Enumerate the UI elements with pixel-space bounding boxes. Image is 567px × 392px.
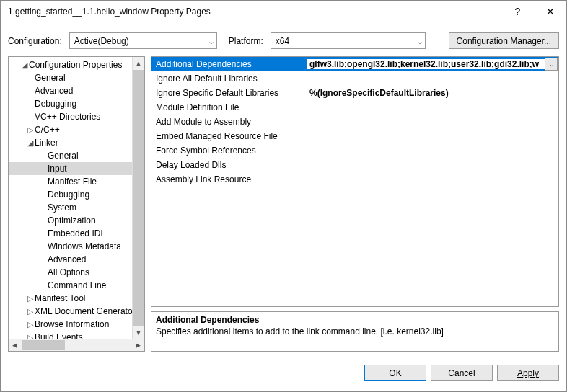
expander-icon: ▷: [26, 333, 35, 339]
configuration-manager-button[interactable]: Configuration Manager...: [449, 32, 559, 49]
tree-item[interactable]: Embedded IDL: [9, 227, 144, 240]
grid-row[interactable]: Force Symbol References: [151, 143, 558, 158]
description-panel: Additional Dependencies Specifies additi…: [151, 311, 559, 352]
tree-item[interactable]: Debugging: [9, 188, 144, 201]
expander-icon: ▷: [26, 307, 35, 316]
property-label: Add Module to Assembly: [151, 117, 307, 127]
apply-button[interactable]: Apply: [497, 365, 559, 381]
config-row: Configuration: Active(Debug) ⌵ Platform:…: [1, 22, 566, 56]
tree-item[interactable]: Command Line: [9, 279, 144, 292]
tree-horizontal-scrollbar[interactable]: ◀ ▶: [9, 339, 144, 351]
tree-item[interactable]: VC++ Directories: [9, 110, 144, 123]
platform-label: Platform:: [229, 36, 263, 46]
tree-item[interactable]: ▷Build Events: [9, 331, 144, 339]
property-value[interactable]: %(IgnoreSpecificDefaultLibraries): [307, 88, 558, 98]
property-grid[interactable]: Additional Dependenciesglfw3.lib;opengl3…: [151, 56, 559, 307]
help-button[interactable]: ?: [501, 1, 534, 22]
property-tree[interactable]: ◢Configuration PropertiesGeneralAdvanced…: [9, 57, 144, 339]
scroll-thumb[interactable]: [133, 70, 144, 326]
description-text: Specifies additional items to add to the…: [156, 326, 554, 337]
property-label: Ignore Specific Default Libraries: [151, 88, 307, 98]
chevron-down-icon: ⌵: [418, 37, 422, 45]
expander-icon: ▷: [26, 125, 35, 135]
property-label: Assembly Link Resource: [151, 174, 307, 184]
tree-item[interactable]: Input: [9, 162, 144, 175]
tree-item[interactable]: Debugging: [9, 97, 144, 110]
configuration-label: Configuration:: [8, 36, 62, 46]
ok-button[interactable]: OK: [364, 365, 426, 381]
property-label: Additional Dependencies: [151, 59, 307, 69]
content-area: ◢Configuration PropertiesGeneralAdvanced…: [1, 56, 566, 359]
window-title: 1.getting_started__1.1.hello_window Prop…: [8, 6, 501, 17]
tree-item[interactable]: General: [9, 71, 144, 84]
grid-row[interactable]: Assembly Link Resource: [151, 172, 558, 187]
titlebar: 1.getting_started__1.1.hello_window Prop…: [1, 1, 566, 22]
dialog-footer: OK Cancel Apply: [1, 359, 566, 391]
tree-item[interactable]: ▷Manifest Tool: [9, 292, 144, 305]
tree-panel: ◢Configuration PropertiesGeneralAdvanced…: [8, 56, 145, 352]
configuration-combo[interactable]: Active(Debug) ⌵: [69, 32, 217, 49]
tree-item[interactable]: All Options: [9, 266, 144, 279]
tree-item[interactable]: Advanced: [9, 84, 144, 97]
tree-item[interactable]: ▷XML Document Generator: [9, 305, 144, 318]
description-title: Additional Dependencies: [156, 315, 554, 325]
dropdown-button[interactable]: ⌵: [545, 58, 558, 71]
tree-item[interactable]: ▷C/C++: [9, 123, 144, 136]
expander-icon: ▷: [26, 320, 35, 329]
grid-row[interactable]: Add Module to Assembly: [151, 115, 558, 129]
close-button[interactable]: ✕: [534, 1, 566, 22]
property-label: Delay Loaded Dlls: [151, 160, 307, 170]
expander-icon: ◢: [20, 61, 29, 70]
property-label: Embed Managed Resource File: [151, 131, 307, 141]
grid-row[interactable]: Ignore Specific Default Libraries%(Ignor…: [151, 86, 558, 100]
tree-item[interactable]: Optimization: [9, 214, 144, 227]
tree-vertical-scrollbar[interactable]: ▲ ▼: [132, 57, 144, 339]
property-label: Module Definition File: [151, 102, 307, 112]
tree-item[interactable]: Advanced: [9, 253, 144, 266]
scroll-up-icon[interactable]: ▲: [133, 57, 144, 69]
grid-row[interactable]: Delay Loaded Dlls: [151, 158, 558, 172]
scroll-right-icon[interactable]: ▶: [132, 339, 144, 351]
tree-item[interactable]: ◢Linker: [9, 136, 144, 149]
tree-item[interactable]: Manifest File: [9, 175, 144, 188]
tree-item[interactable]: System: [9, 201, 144, 214]
right-panel: Additional Dependenciesglfw3.lib;opengl3…: [151, 56, 559, 352]
platform-value: x64: [276, 36, 289, 46]
grid-row[interactable]: Additional Dependenciesglfw3.lib;opengl3…: [151, 57, 558, 71]
tree-item[interactable]: General: [9, 149, 144, 162]
scroll-left-icon[interactable]: ◀: [9, 339, 21, 351]
grid-row[interactable]: Embed Managed Resource File: [151, 129, 558, 143]
tree-item[interactable]: ▷Browse Information: [9, 318, 144, 331]
tree-root[interactable]: ◢Configuration Properties: [9, 58, 144, 71]
property-label: Ignore All Default Libraries: [151, 74, 307, 84]
scroll-down-icon[interactable]: ▼: [133, 326, 144, 339]
cancel-button[interactable]: Cancel: [431, 365, 493, 381]
chevron-down-icon: ⌵: [209, 37, 214, 45]
tree-item[interactable]: Windows Metadata: [9, 240, 144, 253]
grid-row[interactable]: Ignore All Default Libraries: [151, 71, 558, 86]
property-value[interactable]: glfw3.lib;opengl32.lib;kernel32.lib;user…: [307, 59, 545, 69]
scroll-thumb[interactable]: [22, 340, 65, 350]
property-label: Force Symbol References: [151, 146, 307, 156]
expander-icon: ◢: [26, 138, 35, 148]
platform-combo[interactable]: x64 ⌵: [271, 32, 426, 49]
expander-icon: ▷: [26, 294, 35, 303]
grid-row[interactable]: Module Definition File: [151, 100, 558, 115]
configuration-value: Active(Debug): [74, 36, 129, 46]
